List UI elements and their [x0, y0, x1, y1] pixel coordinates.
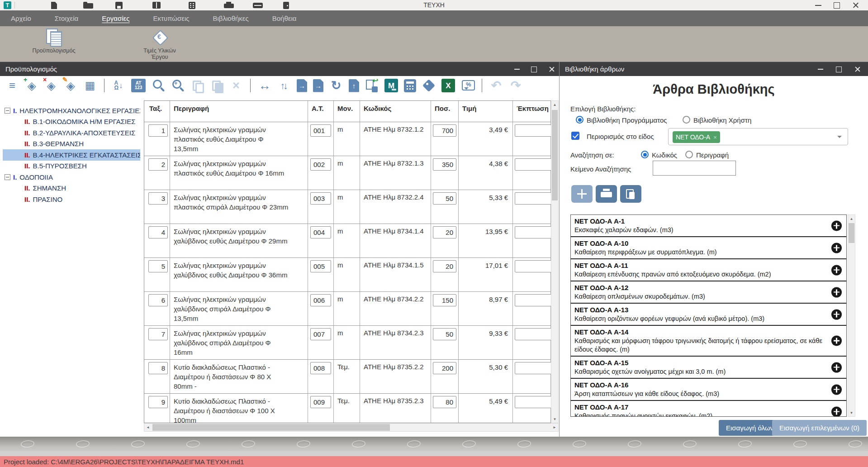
add-article-icon[interactable] — [831, 406, 842, 417]
discount-input[interactable] — [515, 396, 551, 408]
ribbon-materials-button[interactable]: Τιμές Υλικών Έργου — [135, 28, 185, 61]
cell-description[interactable]: Κυτίο διακλαδώσεως Πλαστικό - Διαμέτρου … — [170, 394, 308, 423]
cell-description[interactable]: Σωλήνας ηλεκτρικών γραμμών χαλύβδινος ευ… — [170, 224, 308, 257]
budget-window-titlebar[interactable]: Προϋπολογισμός — [0, 62, 560, 76]
article-list-item[interactable]: ΝΕΤ ΟΔΟ-Α Α-14 Καθαρισμός και μόρφωση τά… — [571, 326, 846, 357]
scroll-down-icon[interactable] — [551, 415, 558, 423]
copy-button[interactable] — [620, 185, 641, 203]
copy-save-icon[interactable]: ↩ — [365, 79, 379, 92]
tree-item[interactable]: I. ΟΔΟΠΟΙΙΑ — [3, 172, 140, 183]
cell-code[interactable]: ΑΤΗΕ Ηλμ 8735.2.3 — [360, 394, 431, 423]
category-dropdown[interactable]: ΝΕΤ ΟΔΟ-Α × — [668, 128, 848, 145]
article-list-item[interactable]: ΝΕΤ ΟΔΟ-Α Α-10 Καθαίρεση περιφράξεων με … — [571, 237, 846, 259]
at-box[interactable]: 008 — [310, 362, 331, 374]
search-icon[interactable] — [152, 79, 165, 92]
move-updown-icon[interactable]: ↑↓ — [277, 79, 291, 92]
index-box[interactable]: 2 — [148, 158, 168, 171]
maximize-button[interactable] — [831, 0, 842, 10]
clear-icon[interactable]: × — [229, 79, 243, 92]
scroll-right-icon[interactable] — [551, 424, 558, 431]
cell-code[interactable]: ΑΤΗΕ Ηλμ 8734.2.2 — [360, 292, 431, 325]
redo-icon[interactable]: ↷ — [509, 79, 522, 92]
cell-description[interactable]: Σωλήνας ηλεκτρικών γραμμών πλαστικός ευθ… — [170, 122, 308, 156]
article-list-item[interactable]: ΝΕΤ ΟΔΟ-Α Α-13 Καθαίρεση οριζόντιων φορέ… — [571, 304, 846, 326]
library-maximize-button[interactable] — [835, 66, 842, 73]
cell-code[interactable]: ΑΤΗΕ Ηλμ 8734.1.5 — [360, 258, 431, 291]
discount-input[interactable] — [515, 328, 551, 340]
cell-price[interactable]: 9,33 € — [459, 326, 513, 359]
tree-item[interactable]: II. ΠΡΑΣΙΝΟ — [3, 194, 140, 205]
tree-item[interactable]: I. ΗΛΕΚΤΡΟΜΗΧΑΝΟΛΟΓΙΚΕΣ ΕΡΓΑΣΙΕΣ — [3, 105, 140, 116]
article-list-item[interactable]: ΝΕΤ ΟΔΟ-Α Α-15 Καθαρισμός οχετών ανοίγμα… — [571, 357, 846, 379]
table-row[interactable]: 4 Σωλήνας ηλεκτρικών γραμμών χαλύβδινος … — [144, 224, 551, 258]
quantity-box[interactable]: 80 — [433, 396, 456, 408]
category-tag[interactable]: ΝΕΤ ΟΔΟ-Α × — [673, 131, 720, 143]
add-article-icon[interactable] — [831, 265, 842, 275]
at-box[interactable]: 009 — [310, 396, 331, 408]
discount-input[interactable] — [515, 260, 551, 272]
refresh-icon[interactable]: ↻ — [329, 79, 343, 92]
import-doc-icon[interactable]: → — [313, 79, 323, 92]
add-article-button[interactable] — [571, 185, 593, 203]
table-row[interactable]: 1 Σωλήνας ηλεκτρικών γραμμών πλαστικός ε… — [144, 122, 551, 156]
at-box[interactable]: 004 — [310, 226, 331, 238]
article-list-item[interactable]: ΝΕΤ ΟΔΟ-Α Α-16 Άρση καταπτώσεων για κάθε… — [571, 379, 846, 401]
add-article-icon[interactable] — [831, 309, 842, 319]
quantity-box[interactable]: 20 — [433, 226, 456, 238]
copy-icon[interactable] — [190, 79, 204, 92]
cell-unit[interactable]: Τεμ. — [334, 360, 360, 393]
quantity-box[interactable]: 150 — [433, 294, 456, 306]
index-box[interactable]: 5 — [148, 260, 168, 272]
discount-input[interactable] — [515, 158, 551, 171]
filter-checkbox-label[interactable]: Περιορισμός στο είδος — [587, 133, 654, 140]
radio-search-code[interactable] — [641, 151, 649, 158]
quantity-box[interactable]: 50 — [433, 192, 456, 205]
menu-item[interactable]: Βοήθεια — [266, 10, 303, 26]
scroll-thumb[interactable] — [152, 424, 390, 431]
library-minimize-button[interactable] — [817, 66, 824, 73]
cell-code[interactable]: ΑΤΗΕ Ηλμ 8732.1.3 — [360, 156, 431, 190]
at-box[interactable]: 007 — [310, 328, 331, 340]
tree-item[interactable]: II. Β.2-ΥΔΡΑΥΛΙΚΑ-ΑΠΟΧΕΤΕΥΣΕΙΣ — [3, 127, 140, 138]
quantity-box[interactable]: 20 — [433, 260, 456, 272]
at-numbering-icon[interactable]: AT123 — [131, 79, 146, 92]
edit-item-icon[interactable]: ◈✎ — [64, 79, 77, 92]
cell-price[interactable]: 5,33 € — [459, 190, 513, 224]
close-button[interactable] — [850, 0, 861, 10]
cell-description[interactable]: Σωλήνας ηλεκτρικών γραμμών χαλύβδινος ευ… — [170, 258, 308, 291]
sort-az-icon[interactable]: AΩ↓ — [112, 79, 125, 92]
discount-input[interactable] — [515, 226, 551, 238]
article-list-item[interactable]: ΝΕΤ ΟΔΟ-Α Α-1 Εκσκαφές χαλαρών εδαφών. (… — [571, 215, 846, 237]
insert-selected-button[interactable]: Εισαγωγή επιλεγμένων (0) — [772, 420, 867, 436]
scroll-up-icon[interactable] — [848, 215, 855, 222]
materials-m-icon[interactable]: M — [384, 79, 398, 92]
menu-item[interactable]: Εργασίες — [95, 10, 136, 26]
radio-search-description[interactable] — [685, 151, 693, 158]
tree-item[interactable]: II. Β.3-ΘΕΡΜΑΝΣΗ — [3, 138, 140, 150]
budget-close-button[interactable] — [548, 66, 555, 73]
cell-price[interactable]: 5,49 € — [459, 394, 513, 423]
cell-unit[interactable]: m — [334, 292, 360, 325]
zoom-in-icon[interactable]: + — [171, 79, 185, 92]
menu-item[interactable]: Στοιχεία — [48, 10, 85, 26]
paste-icon[interactable] — [210, 79, 223, 92]
cell-unit[interactable]: m — [334, 258, 360, 291]
index-box[interactable]: 6 — [148, 294, 168, 306]
add-article-icon[interactable] — [831, 336, 842, 346]
collapse-icon[interactable] — [5, 108, 10, 114]
table-row[interactable]: 6 Σωλήνας ηλεκτρικών γραμμών χαλύβδινος … — [144, 292, 551, 326]
cell-price[interactable]: 4,38 € — [459, 156, 513, 190]
search-text-input[interactable] — [653, 161, 736, 176]
print-button[interactable] — [596, 185, 617, 203]
add-article-icon[interactable] — [831, 243, 842, 253]
cell-price[interactable]: 8,97 € — [459, 292, 513, 325]
table-row[interactable]: 8 Κυτίο διακλαδώσεως Πλαστικό - Διαμέτρο… — [144, 360, 551, 394]
table-row[interactable]: 9 Κυτίο διακλαδώσεως Πλαστικό - Διαμέτρο… — [144, 394, 551, 423]
insert-all-button[interactable]: Εισαγωγή όλων — [719, 420, 781, 436]
quantity-box[interactable]: 50 — [433, 328, 456, 340]
tree-structure-icon[interactable]: ≡ — [5, 79, 19, 92]
minimize-button[interactable] — [813, 0, 824, 10]
add-article-icon[interactable] — [831, 287, 842, 297]
discount-input[interactable] — [515, 124, 551, 137]
fit-width-icon[interactable]: ↔ — [258, 79, 271, 92]
